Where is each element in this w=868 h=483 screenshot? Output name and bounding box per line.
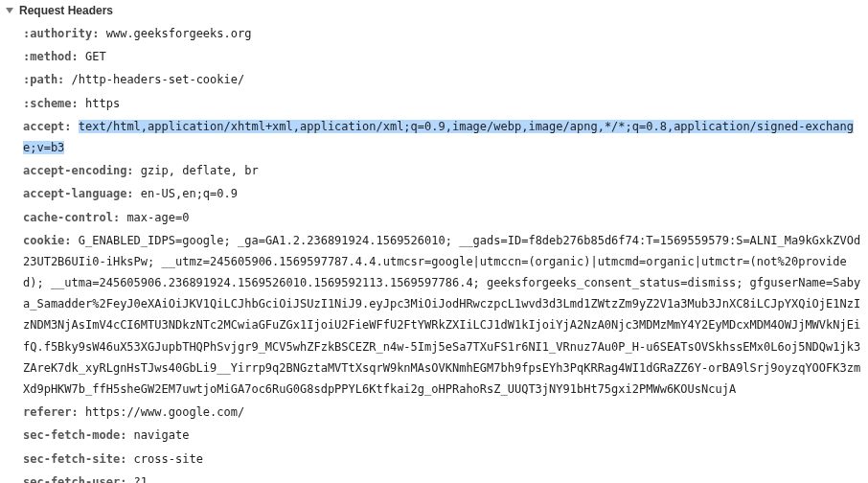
header-name: referer: bbox=[23, 405, 79, 419]
header-name: :method: bbox=[23, 50, 79, 63]
header-value: G_ENABLED_IDPS=google; _ga=GA1.2.2368919… bbox=[23, 234, 860, 396]
header-name: :authority: bbox=[23, 27, 99, 40]
header-row[interactable]: cookie: G_ENABLED_IDPS=google; _ga=GA1.2… bbox=[6, 230, 862, 401]
header-row[interactable]: sec-fetch-user: ?1 bbox=[6, 472, 862, 483]
header-row[interactable]: sec-fetch-mode: navigate bbox=[6, 425, 862, 446]
header-row[interactable]: accept: text/html,application/xhtml+xml,… bbox=[6, 116, 862, 158]
header-row[interactable]: :method: GET bbox=[6, 46, 862, 67]
header-value: en-US,en;q=0.9 bbox=[141, 187, 238, 200]
header-row[interactable]: cache-control: max-age=0 bbox=[6, 207, 862, 228]
header-name: accept-encoding: bbox=[23, 164, 134, 177]
request-headers-section-header[interactable]: Request Headers bbox=[6, 4, 862, 17]
header-name: accept-language: bbox=[23, 187, 134, 200]
header-value: navigate bbox=[134, 428, 190, 442]
collapse-triangle-icon bbox=[6, 8, 13, 13]
header-row[interactable]: referer: https://www.google.com/ bbox=[6, 402, 862, 423]
header-value: https://www.google.com/ bbox=[85, 405, 244, 419]
header-name: cookie: bbox=[23, 234, 72, 247]
header-name: accept: bbox=[23, 120, 72, 133]
header-value: gzip, deflate, br bbox=[141, 164, 259, 177]
header-value: www.geeksforgeeks.org bbox=[106, 27, 252, 40]
headers-list: :authority: www.geeksforgeeks.org:method… bbox=[6, 23, 862, 483]
header-value: max-age=0 bbox=[126, 211, 189, 224]
header-name: sec-fetch-mode: bbox=[23, 428, 126, 442]
section-title: Request Headers bbox=[19, 4, 113, 17]
header-row[interactable]: :path: /http-headers-set-cookie/ bbox=[6, 69, 862, 90]
header-row[interactable]: accept-encoding: gzip, deflate, br bbox=[6, 160, 862, 181]
header-value: GET bbox=[85, 50, 106, 63]
header-name: cache-control: bbox=[23, 211, 120, 224]
header-row[interactable]: accept-language: en-US,en;q=0.9 bbox=[6, 183, 862, 204]
header-value: /http-headers-set-cookie/ bbox=[72, 73, 245, 86]
header-value: ?1 bbox=[134, 475, 148, 483]
header-name: sec-fetch-user: bbox=[23, 475, 126, 483]
header-name: sec-fetch-site: bbox=[23, 452, 126, 466]
header-name: :path: bbox=[23, 73, 64, 86]
header-name: :scheme: bbox=[23, 97, 79, 110]
header-row[interactable]: :scheme: https bbox=[6, 93, 862, 114]
header-value: text/html,application/xhtml+xml,applicat… bbox=[23, 120, 854, 154]
header-row[interactable]: :authority: www.geeksforgeeks.org bbox=[6, 23, 862, 44]
header-value: cross-site bbox=[134, 452, 203, 466]
header-value: https bbox=[85, 97, 120, 110]
header-row[interactable]: sec-fetch-site: cross-site bbox=[6, 448, 862, 470]
